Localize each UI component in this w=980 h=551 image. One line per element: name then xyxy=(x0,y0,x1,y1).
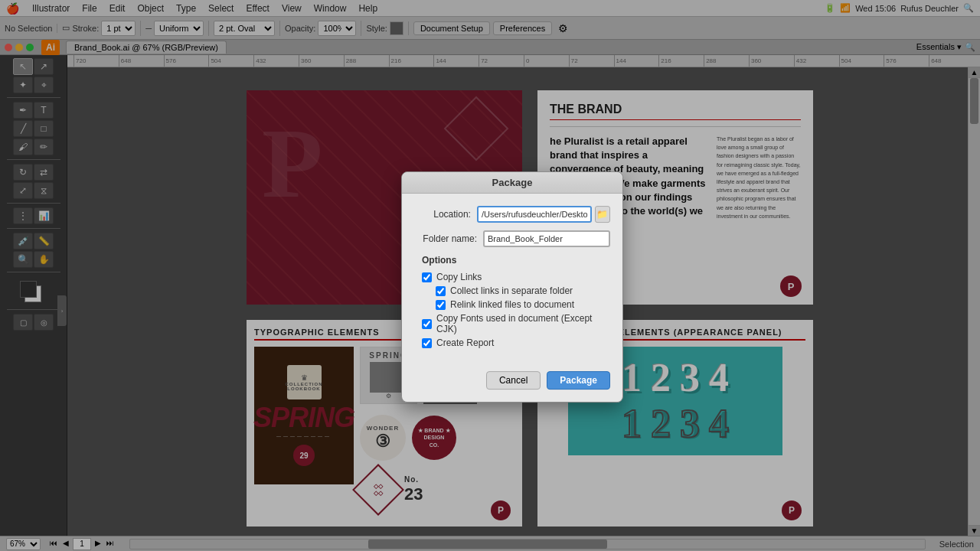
location-input[interactable] xyxy=(477,206,592,223)
create-report-label: Create Report xyxy=(436,337,494,348)
create-report-checkbox[interactable] xyxy=(422,338,432,348)
copy-fonts-label: Copy Fonts used in document (Except CJK) xyxy=(436,313,610,334)
copy-fonts-checkbox[interactable] xyxy=(422,319,432,329)
cancel-button[interactable]: Cancel xyxy=(486,371,541,390)
package-button[interactable]: Package xyxy=(547,371,610,390)
dialog-footer: Cancel Package xyxy=(402,362,622,390)
folder-name-label: Folder name: xyxy=(414,233,483,244)
dialog-titlebar: Package xyxy=(402,172,622,194)
browse-button[interactable]: 📁 xyxy=(595,206,610,223)
copy-links-row: Copy Links xyxy=(414,270,610,284)
collect-links-row: Collect links in separate folder xyxy=(414,284,610,298)
folder-name-row: Folder name: xyxy=(414,230,610,247)
copy-links-label: Copy Links xyxy=(436,272,482,282)
relink-checkbox[interactable] xyxy=(436,300,446,310)
collect-links-checkbox[interactable] xyxy=(436,286,446,296)
dialog-overlay: Package Location: 📁 Folder name: Options… xyxy=(0,0,980,551)
folder-name-input[interactable] xyxy=(483,230,610,247)
collect-links-label: Collect links in separate folder xyxy=(450,285,573,296)
create-report-row: Create Report xyxy=(414,336,610,350)
options-label: Options xyxy=(422,255,610,266)
location-row: Location: 📁 xyxy=(414,206,610,223)
package-dialog: Package Location: 📁 Folder name: Options… xyxy=(401,171,623,403)
dialog-body: Location: 📁 Folder name: Options Copy Li… xyxy=(402,194,622,362)
copy-fonts-row: Copy Fonts used in document (Except CJK) xyxy=(414,311,610,336)
copy-links-checkbox[interactable] xyxy=(422,272,432,282)
dialog-title: Package xyxy=(492,177,533,188)
relink-row: Relink linked files to document xyxy=(414,298,610,311)
location-label: Location: xyxy=(414,209,477,220)
relink-label: Relink linked files to document xyxy=(450,299,574,310)
